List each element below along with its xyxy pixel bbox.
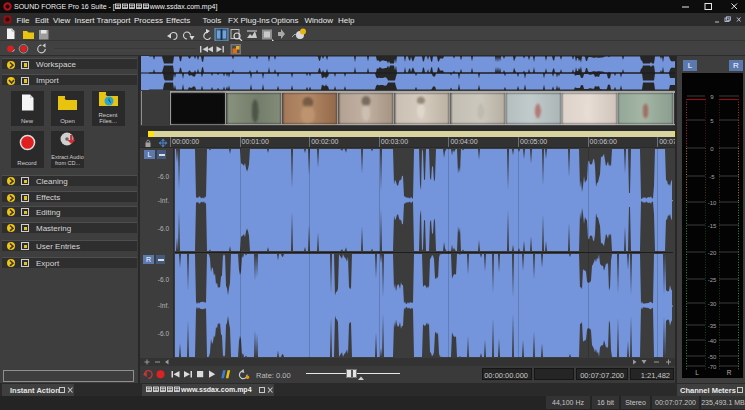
svg-text:0: 0 xyxy=(710,146,714,152)
svg-text:-10: -10 xyxy=(708,200,717,206)
svg-text:-5: -5 xyxy=(709,174,715,180)
svg-text:-70: -70 xyxy=(708,364,717,370)
svg-text:9: 9 xyxy=(710,94,714,100)
svg-text:-50: -50 xyxy=(708,354,717,360)
svg-text:R: R xyxy=(727,369,732,376)
svg-text:5: 5 xyxy=(710,118,714,124)
svg-text:-20: -20 xyxy=(708,250,717,256)
svg-text:-15: -15 xyxy=(708,223,717,229)
svg-text:-35: -35 xyxy=(708,323,717,329)
svg-text:-30: -30 xyxy=(708,301,717,307)
svg-text:L: L xyxy=(695,369,699,376)
svg-text:-25: -25 xyxy=(708,277,717,283)
svg-text:-40: -40 xyxy=(708,338,717,344)
